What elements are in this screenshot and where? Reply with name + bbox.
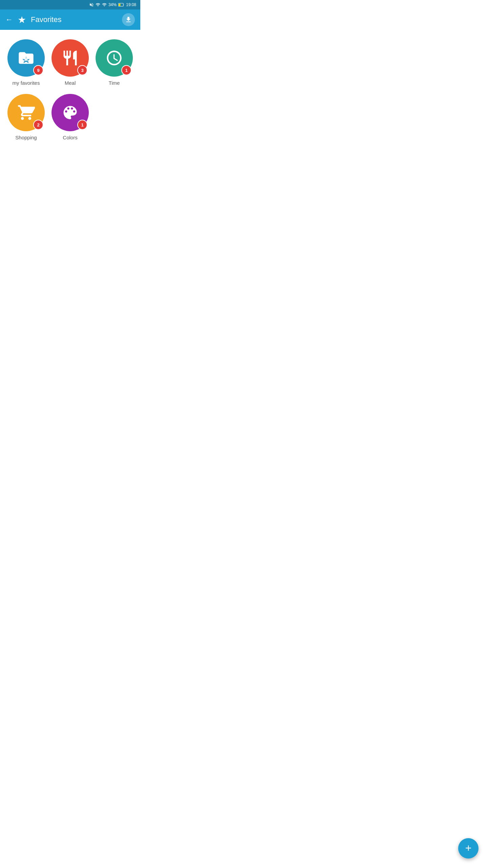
circle-wrapper-shopping: 2	[7, 94, 45, 131]
category-shopping[interactable]: 2 Shopping	[6, 94, 46, 140]
page-title: Favorites	[31, 15, 61, 24]
status-icons: 34% 19:08	[89, 2, 136, 7]
cart-icon	[17, 104, 35, 121]
badge-colors: 1	[77, 120, 87, 130]
label-meal: Meal	[65, 80, 76, 86]
svg-rect-1	[119, 4, 120, 6]
star-icon: ★	[18, 14, 26, 25]
category-my-favorites[interactable]: 9 my favorites	[6, 39, 46, 86]
cast-icon	[96, 2, 100, 7]
app-bar-left: ← ★ Favorites	[5, 14, 61, 25]
cutlery-icon	[61, 49, 79, 67]
category-time[interactable]: 1 Time	[94, 39, 135, 86]
mute-icon	[89, 2, 94, 7]
circle-wrapper-favorites: 9	[7, 39, 45, 77]
badge-favorites: 9	[33, 65, 43, 75]
battery-percentage: 34%	[108, 2, 117, 7]
app-bar: ← ★ Favorites	[0, 9, 140, 30]
palette-icon	[61, 104, 79, 121]
circle-wrapper-colors: 1	[52, 94, 89, 131]
label-colors: Colors	[63, 135, 77, 140]
clock-icon	[105, 49, 123, 67]
label-favorites: my favorites	[13, 80, 40, 86]
badge-shopping: 2	[33, 120, 43, 130]
status-time: 19:08	[126, 2, 136, 7]
download-icon	[125, 16, 132, 23]
category-colors[interactable]: 1 Colors	[50, 94, 90, 140]
category-meal[interactable]: 3 Meal	[50, 39, 90, 86]
status-bar: 34% 19:08	[0, 0, 140, 9]
battery-icon	[118, 3, 124, 7]
signal-icon	[102, 2, 107, 7]
categories-grid: 9 my favorites 3 Meal	[5, 39, 135, 140]
folder-star-icon	[17, 49, 35, 67]
main-content: 9 my favorites 3 Meal	[0, 30, 140, 150]
download-button[interactable]	[122, 13, 135, 26]
label-time: Time	[109, 80, 120, 86]
label-shopping: Shopping	[15, 135, 37, 140]
back-button[interactable]: ←	[5, 15, 13, 24]
badge-meal: 3	[77, 65, 87, 75]
circle-wrapper-meal: 3	[52, 39, 89, 77]
circle-wrapper-time: 1	[96, 39, 133, 77]
badge-time: 1	[121, 65, 131, 75]
